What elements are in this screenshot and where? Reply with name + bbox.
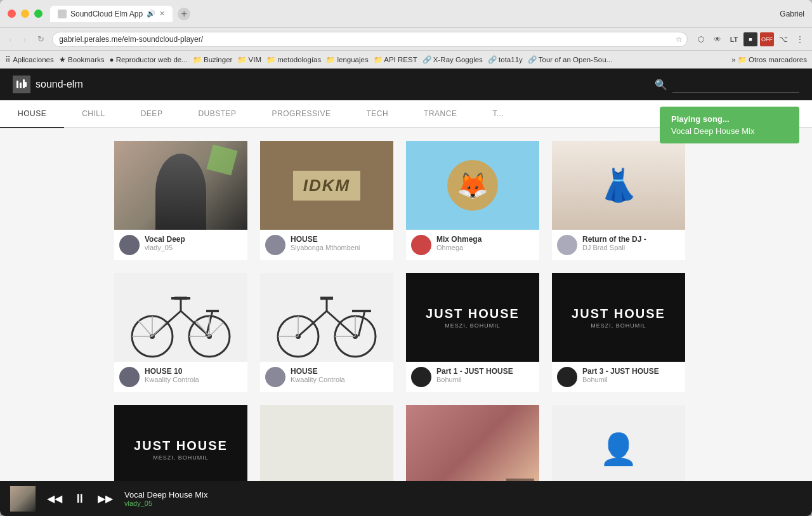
tab-chill[interactable]: CHILL [64, 100, 123, 128]
card-text: HOUSE 10 Kwaality Controla [145, 367, 242, 383]
svg-rect-1 [20, 83, 22, 88]
tab-deep[interactable]: DEEP [123, 100, 181, 128]
list-item[interactable]: 🦊 Mix Ohmega Ohmega [406, 141, 539, 260]
bike-icon [260, 273, 393, 362]
traffic-lights [8, 10, 43, 18]
card-thumbnail [114, 273, 247, 362]
prev-button[interactable]: ◀◀ [44, 490, 65, 507]
more-icon[interactable]: ⋮ [793, 32, 807, 46]
bm-api-rest[interactable]: 📁 API REST [374, 55, 417, 64]
github-icon[interactable]: ⌥ [776, 32, 790, 46]
avatar [411, 367, 431, 387]
tab-tech[interactable]: TECH [348, 100, 406, 128]
bike-icon [114, 273, 247, 362]
list-item[interactable]: IDKM HOUSE Siyabonga Mthombeni [260, 141, 393, 260]
tab-house[interactable]: HOUSE [0, 100, 64, 128]
card-artist: Siyabonga Mthombeni [291, 244, 388, 251]
bm-otros[interactable]: » 📁 Otros marcadores [731, 55, 807, 64]
list-item[interactable]: Rigsty Yeah, That One [260, 405, 393, 481]
close-button[interactable] [8, 10, 16, 18]
search-input[interactable] [672, 77, 799, 93]
forward-button[interactable]: › [20, 32, 30, 47]
notification-subtitle: Vocal Deep House Mix [671, 126, 788, 136]
grid-row-1: Vocal Deep vlady_05 IDKM [114, 141, 698, 260]
browser-tab[interactable]: SoundCloud Elm App 🔊 ✕ [50, 6, 173, 22]
header-search: 🔍 [655, 77, 799, 93]
lang-tool-icon[interactable]: LT [727, 32, 741, 46]
bm-lenguajes[interactable]: 📁 lenguajes [326, 55, 368, 64]
bm-reproductor[interactable]: ● Reproductor web de... [109, 56, 187, 63]
card-title: Vocal Deep [145, 235, 242, 244]
bookmarks-bar: ⠿ Aplicaciones ★ Bookmarks ● Reproductor… [0, 51, 812, 69]
list-item[interactable]: JUST HOUSE MESZI, BOHUMIL Part 1 - JUST … [406, 273, 539, 392]
tab-dubstep[interactable]: DUBSTEP [180, 100, 254, 128]
tab-more[interactable]: T... [475, 100, 521, 128]
card-thumbnail: JUST [406, 405, 539, 481]
bm-apps[interactable]: ⠿ Aplicaciones [5, 55, 54, 64]
card-thumbnail: 🦊 [406, 141, 539, 230]
maximize-button[interactable] [34, 10, 43, 18]
avatar [411, 235, 431, 255]
bookmark-star-icon[interactable]: ☆ [676, 35, 683, 44]
list-item[interactable]: JUST Andy Sowerbeats - Davit Davit [406, 405, 539, 481]
svg-line-27 [298, 311, 327, 336]
svg-line-22 [209, 322, 223, 336]
cast-icon[interactable]: ⬡ [694, 32, 708, 46]
list-item[interactable]: Vocal Deep vlady_05 [114, 141, 247, 260]
svg-rect-3 [25, 82, 27, 87]
app-logo: sound-elm [13, 76, 83, 93]
card-text: Vocal Deep vlady_05 [145, 235, 242, 251]
card-thumbnail: 👗 [552, 141, 685, 230]
card-title: HOUSE [291, 235, 388, 244]
tab-progressive[interactable]: PROGRESSIVE [254, 100, 349, 128]
minimize-button[interactable] [21, 10, 29, 18]
extension-icon2[interactable]: OFF [760, 32, 774, 46]
list-item[interactable]: JUST HOUSE MESZI, BOHUMIL Part 2 - JUST … [114, 405, 247, 481]
nav-icons: ⬡ 👁 LT ■ OFF ⌥ ⋮ [694, 32, 807, 46]
bottom-player: ◀◀ ⏸ ▶▶ Vocal Deep House Mix vlady_05 [0, 481, 812, 516]
card-thumbnail [260, 405, 393, 481]
player-song-title: Vocal Deep House Mix [124, 490, 208, 499]
bm-buzinger[interactable]: 📁 Buzinger [193, 55, 233, 64]
music-grid[interactable]: Vocal Deep vlady_05 IDKM [0, 128, 812, 481]
card-text: HOUSE Kwaality Controla [291, 367, 388, 383]
svg-rect-2 [23, 79, 25, 88]
tab-title: SoundCloud Elm App [70, 10, 143, 18]
card-text: Return of the DJ - DJ Brad Spali [582, 235, 680, 251]
card-info: HOUSE 10 Kwaality Controla [114, 362, 247, 392]
bm-tota11y[interactable]: 🔗 tota11y [488, 55, 523, 64]
search-icon[interactable]: 🔍 [655, 79, 667, 91]
player-artist: vlady_05 [124, 499, 208, 507]
list-item[interactable]: 👗 Return of the DJ - DJ Brad Spali [552, 141, 685, 260]
avatar [557, 367, 577, 387]
eye-icon[interactable]: 👁 [710, 32, 724, 46]
player-info: Vocal Deep House Mix vlady_05 [124, 490, 208, 507]
bm-bookmarks[interactable]: ★ Bookmarks [59, 55, 105, 64]
grid-row-3: JUST HOUSE MESZI, BOHUMIL Part 2 - JUST … [114, 405, 698, 481]
list-item[interactable]: HOUSE Kwaality Controla [260, 273, 393, 392]
bm-vim[interactable]: 📁 VIM [237, 55, 261, 64]
card-thumbnail [114, 141, 247, 230]
list-item[interactable]: HOUSE 10 Kwaality Controla [114, 273, 247, 392]
card-artist: Ohmega [436, 244, 534, 251]
bm-metodologias[interactable]: 📁 metodologías [266, 55, 321, 64]
bm-tour[interactable]: 🔗 Tour of an Open-Sou... [528, 55, 612, 64]
list-item[interactable]: 👤 No Condos Just Feeld Trip [552, 405, 685, 481]
list-item[interactable]: JUST HOUSE MESZI, BOHUMIL Part 3 - JUST … [552, 273, 685, 392]
back-button[interactable]: ‹ [5, 32, 16, 47]
bm-xray[interactable]: 🔗 X-Ray Goggles [422, 55, 483, 64]
next-button[interactable]: ▶▶ [95, 490, 115, 507]
notification-popup: Playing song... Vocal Deep House Mix [660, 107, 799, 143]
card-thumbnail [260, 273, 393, 362]
pause-button[interactable]: ⏸ [71, 489, 89, 508]
avatar [265, 367, 285, 387]
refresh-button[interactable]: ↻ [34, 32, 48, 46]
tab-trance[interactable]: TRANCE [406, 100, 475, 128]
new-tab-button[interactable]: + [178, 8, 190, 20]
card-info: Return of the DJ - DJ Brad Spali [552, 230, 685, 260]
card-info: HOUSE Kwaality Controla [260, 362, 393, 392]
url-input[interactable] [52, 32, 688, 47]
user-name: Gabriel [780, 10, 804, 18]
tab-close-button[interactable]: ✕ [159, 10, 165, 18]
extension-icon1[interactable]: ■ [743, 32, 757, 46]
